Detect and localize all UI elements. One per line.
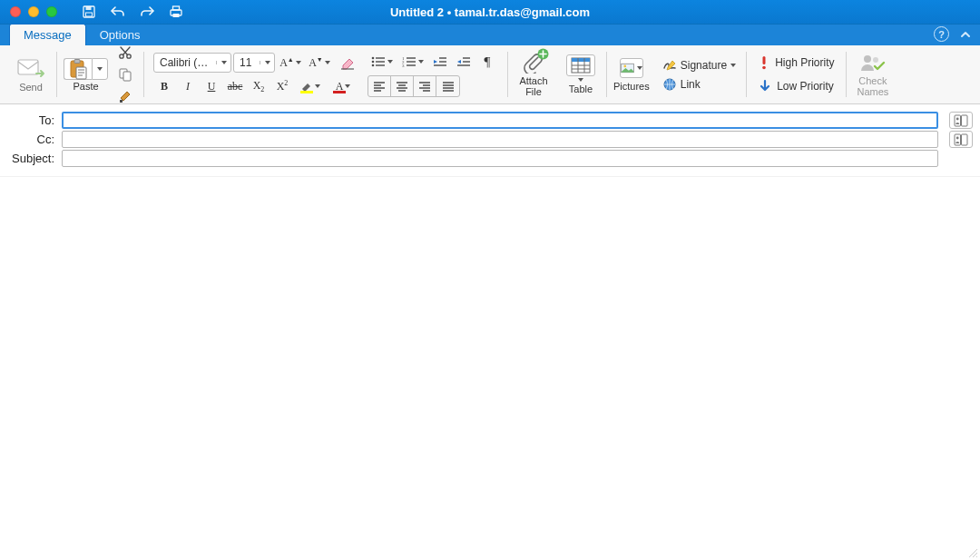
grow-font-button[interactable]: A▲ bbox=[277, 53, 304, 73]
superscript-button[interactable]: X2 bbox=[271, 76, 293, 96]
paste-button[interactable] bbox=[64, 58, 108, 80]
font-color-button[interactable]: A bbox=[328, 76, 358, 96]
svg-rect-70 bbox=[955, 134, 961, 145]
table-label: Table bbox=[569, 84, 593, 94]
underline-button[interactable]: U bbox=[201, 76, 222, 96]
bullets-icon bbox=[371, 55, 386, 68]
cc-address-book-button[interactable] bbox=[949, 131, 973, 148]
shrink-font-button[interactable]: A▼ bbox=[306, 53, 333, 73]
align-justify-icon bbox=[442, 81, 455, 92]
svg-point-66 bbox=[873, 57, 878, 63]
align-center-button[interactable] bbox=[391, 76, 414, 96]
eraser-icon bbox=[339, 55, 356, 70]
subject-field[interactable] bbox=[62, 150, 938, 167]
copy-button[interactable] bbox=[113, 64, 137, 84]
format-painter-button[interactable] bbox=[113, 86, 137, 106]
numbering-icon: 123 bbox=[402, 55, 416, 68]
svg-rect-4 bbox=[173, 6, 180, 10]
signature-label: Signature bbox=[681, 59, 727, 72]
high-priority-label: High Priority bbox=[775, 56, 834, 69]
check-names-label: Check Names bbox=[857, 75, 888, 97]
window-close-button[interactable] bbox=[10, 6, 21, 17]
svg-point-69 bbox=[956, 117, 959, 120]
copy-icon bbox=[118, 67, 132, 82]
font-family-select[interactable]: Calibri (Bo… bbox=[153, 53, 231, 73]
svg-point-61 bbox=[623, 64, 626, 67]
picture-icon bbox=[621, 61, 634, 75]
redo-button[interactable] bbox=[139, 4, 155, 20]
window-minimize-button[interactable] bbox=[28, 6, 39, 17]
signature-icon bbox=[662, 59, 677, 72]
address-book-icon bbox=[954, 133, 968, 146]
to-label: To: bbox=[7, 113, 54, 127]
link-icon bbox=[662, 78, 677, 91]
attach-file-label: Attach File bbox=[519, 75, 547, 97]
to-field[interactable] bbox=[62, 112, 938, 129]
table-icon bbox=[571, 57, 591, 74]
scissors-icon bbox=[118, 45, 132, 60]
italic-icon: I bbox=[186, 80, 190, 93]
svg-rect-68 bbox=[962, 115, 968, 126]
align-right-button[interactable] bbox=[414, 76, 436, 96]
italic-button[interactable]: I bbox=[177, 76, 199, 96]
svg-point-21 bbox=[372, 64, 375, 67]
increase-indent-button[interactable] bbox=[453, 52, 475, 72]
group-insert-2: Pictures Signature Link bbox=[607, 48, 746, 101]
align-left-icon bbox=[373, 81, 386, 92]
window-zoom-button[interactable] bbox=[46, 6, 57, 17]
highlight-color-button[interactable] bbox=[295, 76, 326, 96]
link-button[interactable]: Link bbox=[659, 75, 740, 93]
tab-options[interactable]: Options bbox=[86, 25, 154, 45]
strikethrough-icon: abc bbox=[228, 80, 243, 93]
print-button[interactable] bbox=[168, 4, 184, 20]
save-button[interactable] bbox=[81, 4, 97, 20]
align-left-button[interactable] bbox=[368, 76, 391, 96]
decrease-indent-button[interactable] bbox=[429, 52, 451, 72]
to-address-book-button[interactable] bbox=[949, 112, 973, 129]
ribbon: Send Paste bbox=[0, 45, 980, 104]
undo-button[interactable] bbox=[110, 4, 126, 20]
paintbrush-icon bbox=[118, 89, 132, 103]
bullets-button[interactable] bbox=[368, 52, 397, 72]
message-body-area bbox=[0, 177, 980, 560]
message-body[interactable] bbox=[0, 178, 980, 560]
window-controls bbox=[0, 6, 57, 17]
align-justify-button[interactable] bbox=[436, 76, 459, 96]
link-label: Link bbox=[681, 78, 701, 91]
tab-message[interactable]: Message bbox=[9, 24, 86, 45]
svg-rect-67 bbox=[955, 115, 961, 126]
cc-field[interactable] bbox=[62, 131, 938, 148]
attach-file-button[interactable]: Attach File bbox=[514, 50, 553, 99]
font-family-value: Calibri (Bo… bbox=[154, 56, 216, 69]
bold-icon: B bbox=[161, 80, 168, 93]
svg-rect-17 bbox=[120, 100, 122, 103]
strikethrough-button[interactable]: abc bbox=[224, 76, 246, 96]
high-priority-button[interactable]: High Priority bbox=[753, 53, 839, 73]
table-button[interactable]: Table bbox=[562, 53, 600, 96]
pictures-button[interactable] bbox=[620, 58, 643, 78]
numbering-button[interactable]: 123 bbox=[398, 52, 427, 72]
check-names-button[interactable]: Check Names bbox=[853, 50, 892, 99]
message-headers: To: Cc: Subject: bbox=[0, 104, 980, 177]
align-right-icon bbox=[418, 81, 431, 92]
font-size-select[interactable]: 11 bbox=[233, 53, 275, 73]
title-bar: Untitled 2 • tamal.tr.das@gmail.com bbox=[0, 0, 980, 25]
cut-button[interactable] bbox=[113, 43, 137, 63]
help-button[interactable]: ? bbox=[934, 26, 949, 42]
svg-line-73 bbox=[969, 549, 977, 557]
send-button[interactable]: Send bbox=[12, 54, 50, 94]
resize-grip-icon[interactable] bbox=[967, 547, 978, 558]
signature-button[interactable]: Signature bbox=[659, 56, 740, 74]
paragraph-marks-button[interactable]: ¶ bbox=[476, 52, 498, 72]
clear-formatting-button[interactable] bbox=[335, 53, 360, 73]
table-dropdown[interactable] bbox=[578, 78, 583, 82]
envelope-send-icon bbox=[16, 56, 45, 80]
subscript-button[interactable]: X2 bbox=[248, 76, 270, 96]
bold-button[interactable]: B bbox=[153, 76, 175, 96]
low-priority-button[interactable]: Low Priority bbox=[753, 76, 839, 96]
paste-label: Paste bbox=[73, 81, 98, 92]
svg-point-72 bbox=[956, 136, 959, 139]
paste-dropdown[interactable] bbox=[92, 58, 108, 80]
collapse-ribbon-button[interactable] bbox=[958, 27, 973, 42]
ribbon-tab-strip: Message Options ? bbox=[0, 25, 980, 45]
